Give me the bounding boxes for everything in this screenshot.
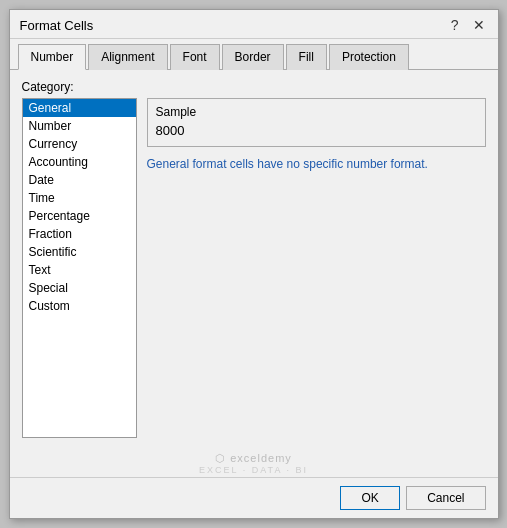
category-item-percentage[interactable]: Percentage	[23, 207, 136, 225]
description-text: General format cells have no specific nu…	[147, 155, 486, 173]
title-bar: Format Cells ? ✕	[10, 10, 498, 39]
tab-font[interactable]: Font	[170, 44, 220, 70]
category-item-date[interactable]: Date	[23, 171, 136, 189]
title-bar-right: ? ✕	[446, 16, 490, 34]
category-item-time[interactable]: Time	[23, 189, 136, 207]
right-panel: Sample 8000 General format cells have no…	[147, 98, 486, 438]
category-item-accounting[interactable]: Accounting	[23, 153, 136, 171]
category-item-general[interactable]: General	[23, 99, 136, 117]
tab-alignment[interactable]: Alignment	[88, 44, 167, 70]
category-item-special[interactable]: Special	[23, 279, 136, 297]
category-item-custom[interactable]: Custom	[23, 297, 136, 315]
format-cells-dialog: Format Cells ? ✕ Number Alignment Font B…	[9, 9, 499, 519]
dialog-title: Format Cells	[20, 18, 94, 33]
tab-bar: Number Alignment Font Border Fill Protec…	[10, 39, 498, 70]
category-label: Category:	[22, 80, 486, 94]
cancel-button[interactable]: Cancel	[406, 486, 485, 510]
ok-button[interactable]: OK	[340, 486, 400, 510]
content-area: Category: General Number Currency Accoun…	[10, 70, 498, 448]
category-item-currency[interactable]: Currency	[23, 135, 136, 153]
category-list[interactable]: General Number Currency Accounting Date …	[22, 98, 137, 438]
tab-number[interactable]: Number	[18, 44, 87, 70]
main-area: General Number Currency Accounting Date …	[22, 98, 486, 438]
close-button[interactable]: ✕	[468, 16, 490, 34]
footer: OK Cancel	[10, 477, 498, 518]
watermark: ⬡ exceldemy EXCEL · DATA · BI	[10, 448, 498, 477]
category-item-text[interactable]: Text	[23, 261, 136, 279]
category-item-number[interactable]: Number	[23, 117, 136, 135]
tab-protection[interactable]: Protection	[329, 44, 409, 70]
help-button[interactable]: ?	[446, 16, 464, 34]
sample-label: Sample	[156, 105, 477, 119]
tab-fill[interactable]: Fill	[286, 44, 327, 70]
sample-section: Sample 8000	[147, 98, 486, 147]
title-bar-left: Format Cells	[20, 18, 94, 33]
category-item-scientific[interactable]: Scientific	[23, 243, 136, 261]
sample-value: 8000	[156, 123, 477, 138]
category-item-fraction[interactable]: Fraction	[23, 225, 136, 243]
tab-border[interactable]: Border	[222, 44, 284, 70]
